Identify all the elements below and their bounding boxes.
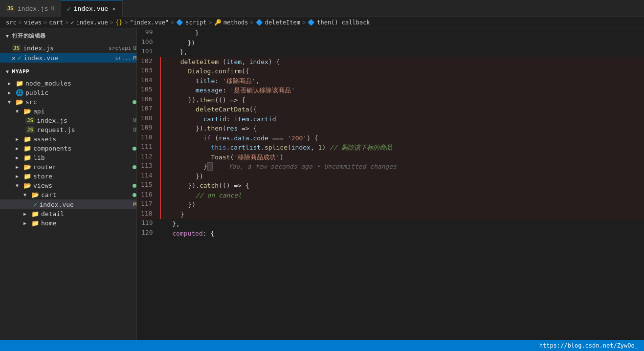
bc-sep7: > [209,19,212,26]
sidebar-item-api-index-js[interactable]: JS index.js U [0,116,136,125]
sidebar-item-cart[interactable]: ▼ 📂 cart [0,190,136,199]
store-label: store [33,173,136,180]
table-row: 101 }, [137,47,644,57]
line-code: }) [160,172,644,181]
folder-icon-components: 📁 [23,145,31,152]
line-number: 115 [137,181,160,191]
table-row: 113 } You, a few seconds ago • Uncommitt… [137,162,644,172]
table-row: 118 } [137,210,644,219]
api-label: api [33,108,136,115]
bc-deleteitem[interactable]: deleteItem [265,19,300,26]
sidebar-item-lib[interactable]: ▶ 📁 lib [0,153,136,162]
line-code: } You, a few seconds ago • Uncommitted c… [160,162,644,172]
bc-file[interactable]: index.vue [76,19,108,26]
table-row: 116 // on cancel [137,191,644,200]
line-number: 103 [137,66,160,76]
tab-index-vue[interactable]: ✓ index.vue ✕ [61,0,123,17]
table-row: 109 }).then(res => { [137,124,644,133]
bc-sep4: > [110,19,113,26]
line-code: cartid: item.cartid [160,114,644,124]
components-label: components [33,145,130,152]
sidebar-item-assets[interactable]: ▶ 📁 assets [0,134,136,144]
folder-arrow-store: ▶ [16,174,23,179]
title-bar: JS index.js U ✓ index.vue ✕ [0,0,644,17]
cart-index-vue-label: index.vue [39,201,131,208]
line-number: 112 [137,153,160,162]
line-code: Toast('移除商品成功') [160,153,644,162]
line-number: 109 [137,124,160,133]
sidebar-item-detail[interactable]: ▶ 📁 detail [0,209,136,219]
bc-cart[interactable]: cart [49,19,63,26]
src-dot [133,100,136,104]
open-file-index-js[interactable]: JS index.js src\api U [0,44,136,53]
open-editors-arrow[interactable]: ▼ [6,33,9,39]
sidebar-item-src[interactable]: ▼ 📂 src [0,97,136,107]
tab-index-js[interactable]: JS index.js U [0,0,61,17]
line-number: 116 [137,191,160,200]
line-code: }) [160,38,644,48]
folder-arrow-router: ▶ [16,164,23,170]
sidebar-item-store[interactable]: ▶ 📁 store [0,172,136,181]
sidebar-item-views[interactable]: ▼ 📂 views [0,181,136,190]
folder-icon-views: 📂 [23,182,31,189]
folder-arrow-lib: ▶ [16,155,23,160]
sidebar-item-request-js[interactable]: JS request.js U [0,125,136,134]
bc-indexvue[interactable]: "index.vue" [130,19,169,26]
line-code: computed: { [160,229,644,239]
line-number: 114 [137,172,160,181]
bc-sep9: > [302,19,306,26]
open-file-index-vue[interactable]: ✕ ✓ index.vue sr... M [0,53,136,63]
line-code: deleteCartData({ [160,105,644,114]
open-editors-label: 打开的编辑器 [12,32,46,40]
file-request-js-icon: JS [25,126,35,133]
table-row: 117 }) [137,200,644,210]
sidebar-item-router[interactable]: ▶ 📂 router [0,162,136,172]
folder-arrow-node-modules: ▶ [8,81,16,86]
table-row: 112 Toast('移除商品成功') [137,153,644,162]
request-js-badge: U [133,127,136,133]
table-row: 108 cartid: item.cartid [137,114,644,124]
table-row: 105 message: '是否确认移除该商品' [137,86,644,95]
line-code: }).then(() => { [160,95,644,105]
bc-views[interactable]: views [24,19,42,26]
sidebar-item-home[interactable]: ▶ 📁 home [0,219,136,228]
table-row: 100 }) [137,38,644,48]
folder-icon-api: 📂 [23,108,31,115]
bc-then-callback[interactable]: then() callback [317,19,370,26]
line-number: 99 [137,28,160,38]
table-row: 120 computed: { [137,229,644,239]
sidebar: ▼ 打开的编辑器 JS index.js src\api U ✕ ✓ index… [0,28,137,340]
status-bar: https://blog.csdn.net/ZywOo_ [0,340,644,351]
project-arrow[interactable]: ▼ [6,69,9,74]
bc-braces[interactable]: {} [115,19,122,26]
breadcrumb: src > views > cart > ✓ index.vue > {} > … [0,17,644,28]
api-index-js-label: index.js [37,117,131,124]
folder-arrow-home: ▶ [23,220,31,226]
line-code: } [160,28,644,38]
line-code: this.cartlist.splice(index, 1) // 删除该下标的… [160,143,644,153]
line-number: 108 [137,114,160,124]
folder-icon-store: 📁 [23,173,31,180]
folder-icon-detail: 📁 [31,210,39,218]
bc-methods[interactable]: methods [223,19,248,26]
views-dot [133,184,136,188]
bc-cube2-icon: 🔷 [256,19,263,26]
bc-script[interactable]: script [185,19,206,26]
sidebar-item-public[interactable]: ▶ 🌐 public [0,88,136,97]
code-editor[interactable]: 99 } 100 }) 101 }, 102 [137,28,644,340]
sidebar-item-api[interactable]: ▼ 📂 api [0,107,136,116]
table-row: 103 Dialog.confirm({ [137,66,644,76]
folder-icon-public: 🌐 [16,89,23,96]
tab-close-button[interactable]: ✕ [111,4,116,13]
folder-icon-cart: 📂 [31,191,39,198]
folder-icon-src: 📂 [16,98,23,106]
sidebar-item-cart-index-vue[interactable]: ✓ index.vue M [0,199,136,209]
sidebar-item-components[interactable]: ▶ 📁 components [0,144,136,153]
api-index-js-badge: U [133,117,136,124]
cart-label: cart [41,191,130,198]
main-area: ▼ 打开的编辑器 JS index.js src\api U ✕ ✓ index… [0,28,644,340]
sidebar-item-node-modules[interactable]: ▶ 📁 node_modules [0,79,136,88]
open-file-vue-label: index.vue [23,54,112,62]
bc-src[interactable]: src [6,19,17,26]
open-vue-close-icon[interactable]: ✕ [12,54,16,62]
